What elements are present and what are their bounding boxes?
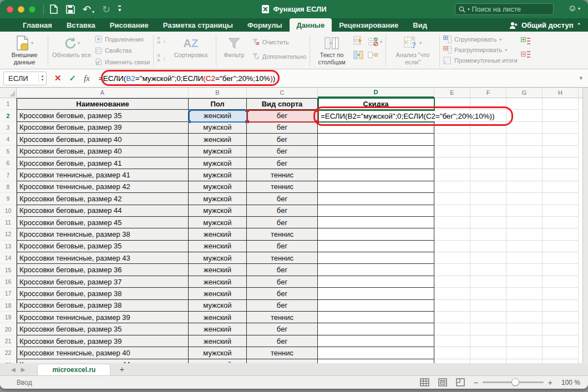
column-header-D[interactable]: D [318, 88, 434, 98]
grid-cell[interactable] [434, 193, 470, 205]
refresh-caret-icon[interactable]: ▾ [78, 40, 80, 45]
grid-cell[interactable]: бег [247, 122, 318, 134]
grid-cell[interactable] [318, 300, 434, 312]
text-to-columns-button[interactable]: Текст по столбцам [313, 34, 350, 65]
grid-cell[interactable]: Кроссовки беговые, размер 45 [17, 217, 189, 228]
grid-cell[interactable] [318, 122, 434, 134]
advanced-filter-button[interactable]: Дополнительно [252, 53, 306, 60]
grid-cell[interactable] [470, 181, 506, 193]
grid-cell[interactable] [318, 359, 434, 363]
grid-cell[interactable]: Кроссовки теннисные, размер 43 [17, 252, 189, 264]
data-validation-button[interactable]: ▾ [368, 37, 382, 46]
column-header-F[interactable]: F [470, 88, 506, 98]
grid-cell[interactable]: Наименование [17, 98, 189, 110]
grid-cell[interactable]: теннис [247, 359, 318, 363]
grid-cell[interactable] [506, 217, 543, 228]
grid-cell[interactable]: теннис [247, 312, 318, 323]
column-header-H[interactable]: H [543, 88, 579, 98]
grid-cell[interactable] [318, 335, 434, 347]
group-button[interactable]: Сгруппировать ▾ [443, 35, 518, 43]
grid-cell[interactable] [506, 241, 543, 252]
grid-cell[interactable] [506, 98, 543, 110]
grid-cell[interactable] [543, 169, 579, 181]
grid-cell[interactable] [318, 169, 434, 181]
row-header-4[interactable]: 4 [0, 134, 17, 145]
formula-input[interactable]: =ЕСЛИ(B2="мужской";0;ЕСЛИ(C2="бег";20%;1… [99, 74, 275, 83]
grid-cell[interactable]: женский [189, 323, 247, 335]
grid-cell[interactable]: мужской [189, 347, 247, 359]
grid-cell[interactable]: Кроссовки беговые, размер 35 [17, 241, 189, 252]
grid-cell[interactable]: Кроссовки беговые, размер 36 [17, 264, 189, 276]
page-break-view-button[interactable] [456, 378, 465, 386]
grid-cell[interactable] [506, 134, 543, 145]
grid-cell[interactable]: бег [247, 300, 318, 312]
grid-cell[interactable]: мужской [189, 122, 247, 134]
grid-cell[interactable] [318, 252, 434, 264]
grid-cell[interactable]: мужской [189, 193, 247, 205]
grid-cell[interactable]: Кроссовки беговые, размер 42 [17, 193, 189, 205]
feedback-smiley-button[interactable]: ☺▾ [568, 3, 580, 13]
grid-cell[interactable]: бег [247, 264, 318, 276]
grid-cell[interactable]: женский [189, 288, 247, 299]
row-header-7[interactable]: 7 [0, 169, 17, 181]
grid-cell[interactable]: Кроссовки беговые, размер 40 [17, 146, 189, 157]
flash-fill-button[interactable] [353, 36, 363, 47]
grid-cell[interactable] [506, 300, 543, 312]
next-sheet-icon[interactable]: ▶ [21, 366, 26, 373]
grid-cell[interactable] [318, 228, 434, 240]
external-data-caret-icon[interactable]: ▾ [31, 40, 33, 45]
grid-cell[interactable] [434, 241, 470, 252]
grid-cell[interactable] [434, 205, 470, 217]
grid-cell[interactable]: бег [247, 157, 318, 169]
grid-cell[interactable]: Кроссовки теннисные, размер 44 [17, 359, 189, 363]
undo-caret-icon[interactable]: ▾ [92, 10, 94, 14]
grid-cell[interactable]: женский [189, 228, 247, 240]
grid-cell[interactable]: бег [247, 217, 318, 228]
grid-cell[interactable] [318, 193, 434, 205]
grid-cell[interactable] [434, 276, 470, 288]
grid-cell[interactable] [470, 122, 506, 134]
grid-cell[interactable] [506, 288, 543, 299]
row-header-2[interactable]: 2 [0, 110, 17, 121]
grid-cell[interactable]: бег [247, 288, 318, 299]
grid-cell[interactable] [434, 288, 470, 299]
grid-cell[interactable]: Кроссовки теннисные, размер 38 [17, 228, 189, 240]
grid-cell[interactable]: теннис [247, 228, 318, 240]
grid-cell[interactable] [543, 122, 579, 134]
grid-cell[interactable] [506, 157, 543, 169]
grid-cell[interactable] [470, 276, 506, 288]
row-header-23[interactable]: 23 [0, 359, 17, 363]
ungroup-button[interactable]: Разгруппировать ▾ [443, 46, 518, 54]
grid-cell[interactable]: бег [247, 323, 318, 335]
share-button[interactable]: Общий доступ ⌃ [509, 18, 581, 32]
grid-cell[interactable]: Кроссовки беговые, размер 40 [17, 134, 189, 145]
grid-cell[interactable] [543, 146, 579, 157]
zoom-track[interactable] [483, 381, 544, 383]
grid-cell[interactable] [543, 205, 579, 217]
grid-cell[interactable] [543, 288, 579, 299]
grid-cell[interactable] [470, 98, 506, 110]
grid-cell[interactable] [470, 323, 506, 335]
sort-descending-button[interactable]: ЯА↓ [157, 54, 166, 63]
grid-cell[interactable] [470, 205, 506, 217]
grid-cell[interactable]: Кроссовки теннисные, размер 42 [17, 181, 189, 193]
row-header-20[interactable]: 20 [0, 323, 17, 335]
tab-Рецензирование[interactable]: Рецензирование [332, 18, 405, 32]
grid-cell[interactable]: бег [247, 241, 318, 252]
grid-cell[interactable] [470, 288, 506, 299]
grid-cell[interactable] [318, 241, 434, 252]
grid-cell[interactable]: женский [189, 134, 247, 145]
grid-cell[interactable]: бег [247, 134, 318, 145]
filter-button[interactable]: Фильтр [220, 34, 249, 59]
grid-cell[interactable] [543, 217, 579, 228]
grid-cell[interactable] [470, 228, 506, 240]
grid-cell[interactable] [470, 359, 506, 363]
sort-ascending-button[interactable]: АЯ↓ [157, 36, 166, 45]
grid-cell[interactable] [434, 181, 470, 193]
grid-cell[interactable]: Вид спорта [247, 98, 318, 110]
row-header-16[interactable]: 16 [0, 276, 17, 288]
grid-cell[interactable] [434, 228, 470, 240]
grid-cell[interactable]: мужской [189, 169, 247, 181]
grid-cell[interactable] [543, 264, 579, 276]
row-header-6[interactable]: 6 [0, 157, 17, 169]
